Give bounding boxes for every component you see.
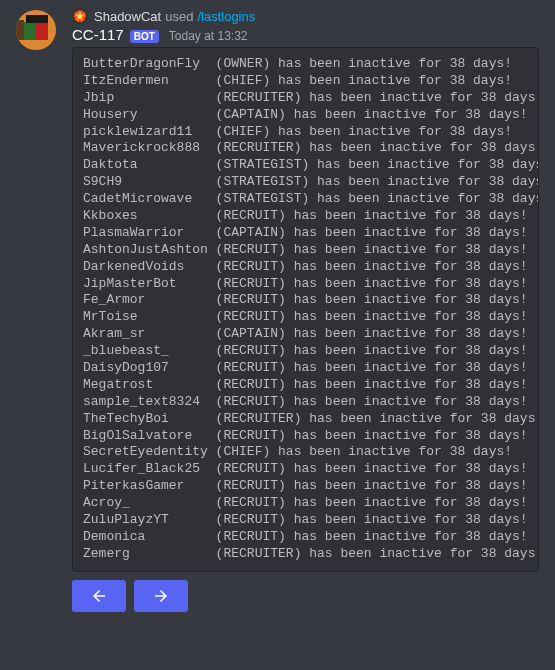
message-header: CC-117 BOT Today at 13:32 xyxy=(72,26,539,43)
command-name[interactable]: /lastlogins xyxy=(197,9,255,24)
timestamp: Today at 13:32 xyxy=(169,29,248,43)
used-label: used xyxy=(165,9,193,24)
bot-tag: BOT xyxy=(130,30,159,43)
pagination-buttons xyxy=(72,580,539,612)
reply-user-avatar: 🏵️ xyxy=(72,8,88,24)
reply-context[interactable]: 🏵️ ShadowCat used /lastlogins xyxy=(72,8,539,24)
bot-username[interactable]: CC-117 xyxy=(72,26,124,43)
message-content: 🏵️ ShadowCat used /lastlogins CC-117 BOT… xyxy=(72,8,539,612)
bot-avatar[interactable] xyxy=(16,10,56,50)
prev-button[interactable] xyxy=(72,580,126,612)
inactive-members-codeblock: ButterDragonFly (OWNER) has been inactiv… xyxy=(72,47,539,572)
next-button[interactable] xyxy=(134,580,188,612)
arrow-left-icon xyxy=(90,587,108,605)
arrow-right-icon xyxy=(152,587,170,605)
discord-message: 🏵️ ShadowCat used /lastlogins CC-117 BOT… xyxy=(0,0,555,612)
reply-username: ShadowCat xyxy=(94,9,161,24)
